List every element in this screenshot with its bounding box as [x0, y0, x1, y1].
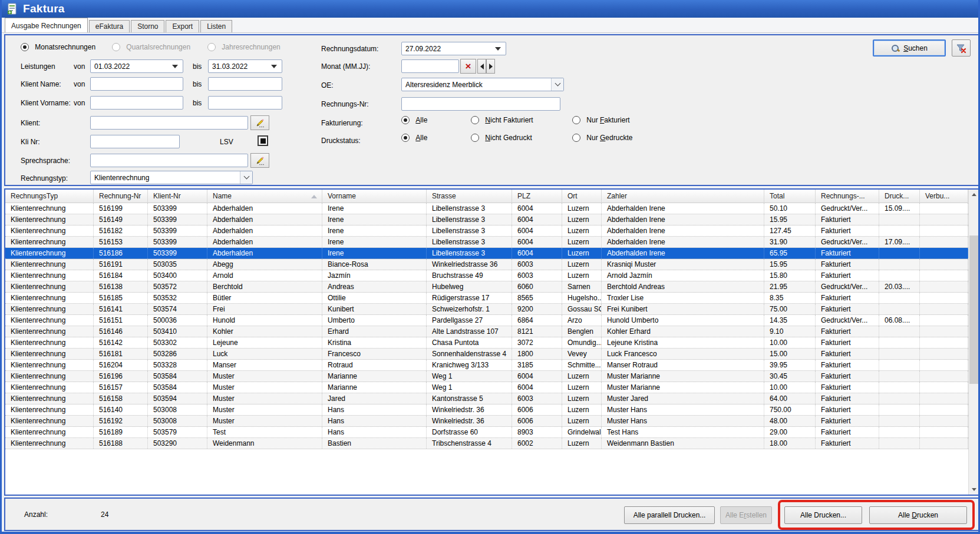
monat-next-button[interactable]: [486, 59, 495, 74]
radio-quartalsrechnungen[interactable]: Quartalsrechnungen: [112, 43, 190, 52]
radio-jahresrechnungen-label: Jahresrechnungen: [222, 43, 280, 51]
column-header-rechnung-nr[interactable]: Rechnung-Nr: [94, 190, 148, 203]
table-row[interactable]: Klientenrechnung516189503579TestHansDorf…: [5, 427, 968, 438]
table-row[interactable]: Klientenrechnung516192503008MusterHansWi…: [5, 416, 968, 427]
table-row[interactable]: Klientenrechnung516149503399AbderhaldenI…: [5, 214, 968, 225]
klient-name-bis-input[interactable]: [208, 77, 282, 91]
table-cell: 50.10: [764, 203, 816, 214]
table-row[interactable]: Klientenrechnung516182503399AbderhaldenI…: [5, 225, 968, 237]
dropdown-button[interactable]: [551, 78, 563, 91]
table-row[interactable]: Klientenrechnung516184503400ArnoldJazmín…: [5, 270, 968, 281]
table-row[interactable]: Klientenrechnung516191503035AbeggBiance-…: [5, 259, 968, 270]
monat-input[interactable]: [401, 59, 459, 73]
table-cell: 516146: [94, 326, 148, 337]
table-cell: Erhard: [322, 326, 427, 337]
table-row[interactable]: Klientenrechnung516158503594MusterJaredK…: [5, 393, 968, 404]
scroll-up-button[interactable]: [969, 190, 979, 200]
radio-nur-fakturiert[interactable]: Nur Fakturiert: [572, 116, 630, 125]
table-cell: Klientenrechnung: [5, 416, 94, 426]
table-row[interactable]: Klientenrechnung516157503584MusterMarian…: [5, 382, 968, 393]
tab-efaktura[interactable]: eFaktura: [89, 20, 130, 32]
tab-ausgabe-rechnungen[interactable]: Ausgabe Rechnungen: [5, 18, 88, 32]
table-cell: [920, 281, 968, 292]
scrollbar-thumb[interactable]: [969, 236, 978, 384]
table-cell: Klientenrechnung: [5, 382, 94, 393]
clear-filter-button[interactable]: [952, 39, 971, 57]
monat-prev-button[interactable]: [477, 59, 486, 74]
table-row[interactable]: Klientenrechnung516151500036HunoldUmbert…: [5, 315, 968, 326]
table-row[interactable]: Klientenrechnung516140503008MusterHansWi…: [5, 404, 968, 416]
suchen-button[interactable]: Suchen: [873, 39, 946, 57]
column-header-strasse[interactable]: Strasse: [427, 190, 512, 203]
column-header-klient-nr[interactable]: Klient-Nr: [148, 190, 207, 203]
tab-listen[interactable]: Listen: [200, 20, 232, 32]
table-cell: [920, 438, 968, 449]
scroll-down-button[interactable]: [969, 485, 979, 495]
leistungen-von-datepicker[interactable]: 01.03.2022: [90, 59, 183, 73]
column-header-zahler[interactable]: Zahler: [602, 190, 764, 203]
alle-erstellen-button[interactable]: Alle Erstellen: [720, 506, 772, 524]
vertical-scrollbar[interactable]: [968, 190, 978, 495]
klient-name-von-input[interactable]: [90, 77, 183, 91]
table-cell: Omundig...: [562, 337, 602, 348]
table-row[interactable]: Klientenrechnung516142503302LejeuneKrist…: [5, 337, 968, 349]
sprechsprache-input[interactable]: [90, 154, 248, 167]
klient-edit-button[interactable]: [250, 115, 269, 130]
column-header-ort[interactable]: Ort: [562, 190, 602, 203]
column-header-name-label: Name: [213, 192, 232, 200]
klient-vorname-von-input[interactable]: [90, 96, 183, 110]
monat-clear-button[interactable]: ×: [460, 59, 476, 74]
column-header-rechnungs-status[interactable]: Rechnungs-...: [816, 190, 879, 203]
rechnungsdatum-datepicker[interactable]: 27.09.2022: [401, 42, 506, 55]
sprechsprache-edit-button[interactable]: [250, 153, 269, 168]
leistungen-bis-datepicker[interactable]: 31.03.2022: [208, 59, 282, 73]
column-header-rechnungstyp[interactable]: RechnungsTyp: [5, 190, 94, 203]
klient-vorname-bis-input[interactable]: [208, 96, 282, 110]
column-header-name[interactable]: Name: [207, 190, 322, 203]
tab-strip: Ausgabe Rechnungen eFaktura Storno Expor…: [2, 18, 978, 33]
table-row[interactable]: Klientenrechnung516185503532BütlerOttili…: [5, 293, 968, 304]
table-row[interactable]: Klientenrechnung516138503572BerchtoldAnd…: [5, 281, 968, 293]
table-row[interactable]: Klientenrechnung516199503399AbderhaldenI…: [5, 203, 968, 214]
oe-select[interactable]: Altersresidenz Meerblick: [401, 78, 564, 91]
radio-druckstatus-alle[interactable]: Alle: [401, 134, 427, 142]
table-row[interactable]: Klientenrechnung516146503410KohlerErhard…: [5, 326, 968, 337]
alle-parallell-drucken-button[interactable]: Alle parallell Drucken...: [624, 506, 715, 524]
table-cell: Klientenrechnung: [5, 371, 94, 382]
kli-nr-input[interactable]: [90, 135, 180, 148]
column-header-plz[interactable]: PLZ: [512, 190, 562, 203]
table-row[interactable]: Klientenrechnung516186503399AbderhaldenI…: [5, 248, 968, 259]
table-row[interactable]: Klientenrechnung516153503399AbderhaldenI…: [5, 237, 968, 248]
tab-export[interactable]: Export: [166, 20, 199, 32]
column-header-verbu[interactable]: Verbu...: [920, 190, 968, 203]
rechnungs-nr-input[interactable]: [401, 97, 560, 111]
table-row[interactable]: Klientenrechnung516181503286LuckFrancesc…: [5, 349, 968, 360]
table-cell: 516181: [94, 349, 148, 359]
rechnungstyp-select[interactable]: Klientenrechnung: [90, 171, 253, 184]
table-row[interactable]: Klientenrechnung516204503328ManserRotrau…: [5, 360, 968, 371]
table-cell: Hunold: [207, 315, 322, 326]
table-row[interactable]: Klientenrechnung516188503290WeidenmannBa…: [5, 438, 968, 449]
radio-fakturierung-alle[interactable]: Alle: [401, 116, 427, 125]
table-cell: Klientenrechnung: [5, 315, 94, 326]
radio-jahresrechnungen[interactable]: Jahresrechnungen: [207, 43, 281, 52]
table-cell: [879, 326, 920, 337]
dropdown-button[interactable]: [240, 171, 252, 184]
column-header-druck[interactable]: Druck...: [879, 190, 920, 203]
alle-drucken-button[interactable]: Alle Drucken: [869, 506, 967, 524]
alle-drucken-dialog-button[interactable]: Alle Drucken...: [784, 506, 862, 524]
table-row[interactable]: Klientenrechnung516141503574FreiKunibert…: [5, 304, 968, 315]
lsv-checkbox[interactable]: [258, 135, 268, 146]
radio-nicht-gedruckt[interactable]: Nicht Gedruckt: [471, 134, 532, 142]
table-row[interactable]: Klientenrechnung516196503584MusterMarian…: [5, 371, 968, 382]
table-cell: 516153: [94, 237, 148, 247]
tab-storno[interactable]: Storno: [131, 20, 164, 32]
rechnungsdatum-label: Rechnungsdatum:: [321, 42, 378, 53]
column-header-total[interactable]: Total: [764, 190, 816, 203]
radio-nur-gedruckte[interactable]: Nur Gedruckte: [572, 134, 632, 142]
column-header-vorname[interactable]: Vorname: [322, 190, 427, 203]
radio-nicht-fakturiert[interactable]: Nicht Fakturiert: [471, 116, 533, 125]
filter-panel: Monatsrechnungen Quartalsrechnungen Jahr…: [4, 34, 979, 186]
klient-input[interactable]: [90, 116, 248, 130]
radio-monatsrechnungen[interactable]: Monatsrechnungen: [21, 43, 95, 52]
